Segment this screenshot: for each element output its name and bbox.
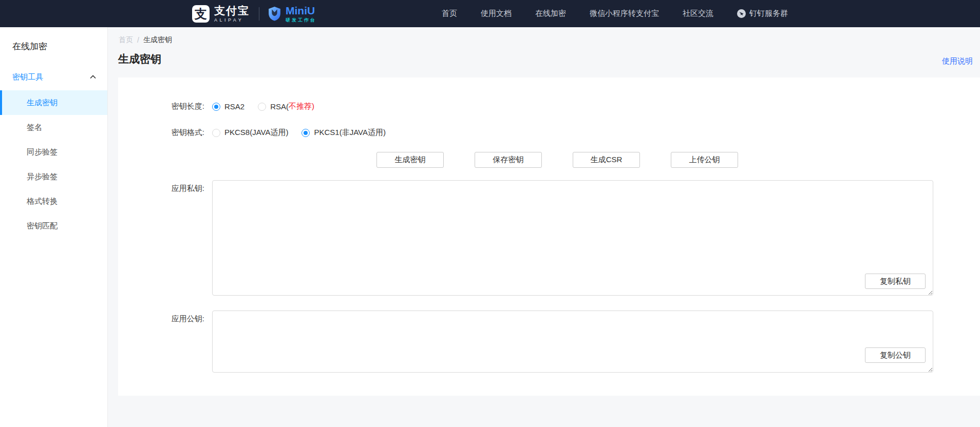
sidebar-menu: 生成密钥 签名 同步验签 异步验签 格式转换 密钥匹配 xyxy=(0,90,107,238)
alipay-glyph: 支 xyxy=(195,6,207,22)
radio-unselected-icon[interactable] xyxy=(258,103,266,111)
radio-selected-icon[interactable] xyxy=(212,103,220,111)
alipay-wordmark: 支付宝 ALIPAY xyxy=(214,5,250,23)
radio-unselected-icon[interactable] xyxy=(212,129,220,137)
brand-area[interactable]: 支 支付宝 ALIPAY xyxy=(192,5,316,23)
miniu-brand: MiniU 研发工作台 xyxy=(268,5,316,23)
nav-item-docs[interactable]: 使用文档 xyxy=(481,9,512,18)
alipay-logo-icon: 支 xyxy=(192,5,210,23)
private-key-row: 应用私钥: 复制私钥 xyxy=(118,180,980,296)
key-length-label: 密钥长度: xyxy=(118,102,204,111)
sidebar-item-key-match[interactable]: 密钥匹配 xyxy=(0,214,107,238)
radio-pkcs1-label: PKCS1(非JAVA适用) xyxy=(314,128,385,138)
private-key-label: 应用私钥: xyxy=(118,180,204,193)
key-length-row: 密钥长度: RSA2 RSA(不推荐) xyxy=(118,102,980,111)
radio-rsa[interactable]: RSA(不推荐) xyxy=(258,102,314,111)
private-key-textarea[interactable] xyxy=(212,180,933,296)
brand-divider xyxy=(259,7,259,21)
sidebar-group-key-tools[interactable]: 密钥工具 xyxy=(0,67,107,87)
generate-key-button[interactable]: 生成密钥 xyxy=(376,152,444,168)
public-key-textarea[interactable] xyxy=(212,310,933,373)
miniu-shield-icon xyxy=(268,6,281,21)
main-area: 首页 / 生成密钥 生成密钥 使用说明 密钥长度: RSA2 RSA(不推荐) xyxy=(108,27,980,427)
sidebar-item-generate-key[interactable]: 生成密钥 xyxy=(0,90,107,115)
radio-rsa-warning: 不推荐) xyxy=(289,102,314,111)
action-buttons-row: 生成密钥 保存密钥 生成CSR 上传公钥 xyxy=(376,152,980,168)
radio-rsa-label: RSA( xyxy=(270,102,289,111)
page-title: 生成密钥 xyxy=(118,52,161,66)
sidebar-group-label: 密钥工具 xyxy=(12,72,43,82)
public-key-label: 应用公钥: xyxy=(118,310,204,324)
content-panel: 密钥长度: RSA2 RSA(不推荐) 密钥格式: xyxy=(118,77,980,396)
key-length-options: RSA2 RSA(不推荐) xyxy=(212,102,328,111)
radio-pkcs1[interactable]: PKCS1(非JAVA适用) xyxy=(301,128,385,138)
key-format-row: 密钥格式: PKCS8(JAVA适用) PKCS1(非JAVA适用) xyxy=(118,128,980,138)
nav-item-community[interactable]: 社区交流 xyxy=(683,9,713,18)
radio-selected-icon[interactable] xyxy=(301,129,310,137)
radio-rsa2-label: RSA2 xyxy=(224,102,244,111)
sidebar-item-sign[interactable]: 签名 xyxy=(0,115,107,140)
save-key-button[interactable]: 保存密钥 xyxy=(475,152,542,168)
title-row: 生成密钥 使用说明 xyxy=(118,52,980,66)
sidebar: 在线加密 密钥工具 生成密钥 签名 同步验签 异步验签 格式转换 密钥匹配 xyxy=(0,27,108,427)
breadcrumb-separator: / xyxy=(137,36,139,44)
miniu-subtitle: 研发工作台 xyxy=(286,18,316,23)
nav-item-dingtalk-group[interactable]: 钉钉服务群 xyxy=(737,9,788,18)
miniu-name: MiniU xyxy=(286,5,316,16)
usage-help-link[interactable]: 使用说明 xyxy=(942,56,973,66)
navbar-menu: 首页 使用文档 在线加密 微信小程序转支付宝 社区交流 钉钉服务群 xyxy=(442,9,788,18)
sidebar-item-sync-verify[interactable]: 同步验签 xyxy=(0,140,107,164)
top-navbar: 支 支付宝 ALIPAY xyxy=(0,0,980,27)
dingtalk-icon xyxy=(737,9,746,18)
miniu-wordmark: MiniU 研发工作台 xyxy=(286,5,316,23)
page-layout: 在线加密 密钥工具 生成密钥 签名 同步验签 异步验签 格式转换 密钥匹配 首页… xyxy=(0,27,980,427)
private-key-wrapper: 复制私钥 xyxy=(212,180,933,296)
breadcrumb-current: 生成密钥 xyxy=(143,35,172,45)
upload-public-key-button[interactable]: 上传公钥 xyxy=(671,152,738,168)
sidebar-item-format-convert[interactable]: 格式转换 xyxy=(0,189,107,214)
nav-item-online-encrypt[interactable]: 在线加密 xyxy=(535,9,566,18)
generate-csr-button[interactable]: 生成CSR xyxy=(573,152,640,168)
alipay-subtitle: ALIPAY xyxy=(214,18,250,23)
key-format-options: PKCS8(JAVA适用) PKCS1(非JAVA适用) xyxy=(212,128,399,138)
breadcrumb-home[interactable]: 首页 xyxy=(119,35,133,45)
copy-public-key-button[interactable]: 复制公钥 xyxy=(865,347,926,363)
alipay-name: 支付宝 xyxy=(214,5,250,16)
radio-pkcs8-label: PKCS8(JAVA适用) xyxy=(224,128,288,138)
sidebar-item-async-verify[interactable]: 异步验签 xyxy=(0,164,107,189)
sidebar-title: 在线加密 xyxy=(0,27,107,52)
nav-item-home[interactable]: 首页 xyxy=(442,9,457,18)
breadcrumb: 首页 / 生成密钥 xyxy=(118,35,980,45)
public-key-row: 应用公钥: 复制公钥 xyxy=(118,310,980,373)
public-key-wrapper: 复制公钥 xyxy=(212,310,933,373)
nav-item-wechat-convert[interactable]: 微信小程序转支付宝 xyxy=(590,9,659,18)
chevron-up-icon xyxy=(90,75,96,79)
key-format-label: 密钥格式: xyxy=(118,128,204,138)
radio-rsa2[interactable]: RSA2 xyxy=(212,102,244,111)
copy-private-key-button[interactable]: 复制私钥 xyxy=(865,274,926,289)
nav-item-label: 钉钉服务群 xyxy=(749,9,788,18)
navbar-container: 支 支付宝 ALIPAY xyxy=(182,0,798,27)
radio-pkcs8[interactable]: PKCS8(JAVA适用) xyxy=(212,128,288,138)
